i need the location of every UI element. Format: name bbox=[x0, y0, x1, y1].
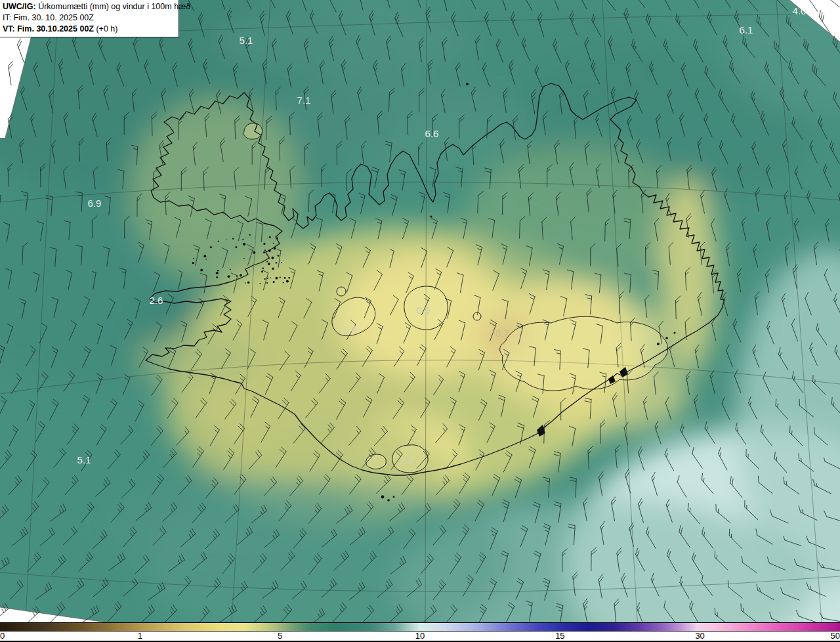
colorbar-gradient bbox=[0, 622, 840, 631]
map-value-label: 6.9 bbox=[88, 198, 102, 209]
colorbar-tick-50: 50 bbox=[831, 631, 840, 641]
colorbar-tick-0: 0 bbox=[0, 631, 5, 641]
colorbar-tick-labels: 01510153050 bbox=[0, 631, 840, 642]
weather-map-screenshot: 5.14.06.17.16.66.92.61.40.90.75.11.2 UWC… bbox=[0, 0, 840, 642]
map-value-label: 7.1 bbox=[297, 95, 311, 106]
product-id: UWC/IG: bbox=[3, 2, 36, 11]
weather-map-canvas: 5.14.06.17.16.66.92.61.40.90.75.11.2 bbox=[0, 0, 840, 642]
precipitation-colorbar: 01510153050 bbox=[0, 622, 840, 642]
map-value-label: 5.1 bbox=[240, 35, 253, 46]
map-value-label: 5.1 bbox=[77, 454, 91, 465]
glacier-eyjafjallajokull bbox=[366, 454, 387, 469]
colorbar-tick-5: 5 bbox=[278, 631, 282, 641]
glacier-small-1 bbox=[337, 287, 346, 296]
map-value-label: 1.4 bbox=[343, 324, 357, 335]
title-box: UWC/IG: Úrkomumætti (mm) og vindur i 100… bbox=[0, 0, 179, 37]
map-value-label: 4.0 bbox=[793, 5, 807, 16]
map-value-label: 0.7 bbox=[495, 328, 509, 339]
glacier-small-2 bbox=[473, 312, 481, 320]
init-time: IT: Fim. 30. 10. 2025 00Z bbox=[3, 12, 175, 24]
map-value-label: 1.2 bbox=[400, 454, 414, 465]
colorbar-tick-10: 10 bbox=[415, 631, 425, 641]
colorbar-tick-15: 15 bbox=[555, 631, 564, 641]
glacier-drangajokull bbox=[243, 123, 262, 139]
map-value-label: 6.1 bbox=[740, 24, 753, 35]
valid-time: VT: Fim. 30.10.2025 00Z (+0 h) bbox=[3, 24, 175, 35]
map-value-label: 2.6 bbox=[150, 295, 163, 306]
map-value-label: 6.6 bbox=[425, 128, 439, 139]
product-description: Úrkomumætti (mm) og vindur i 100m hæð bbox=[36, 2, 190, 11]
colorbar-tick-30: 30 bbox=[695, 631, 704, 641]
map-value-label: 0.9 bbox=[417, 305, 430, 316]
title-line-1: UWC/IG: Úrkomumætti (mm) og vindur i 100… bbox=[3, 1, 175, 12]
colorbar-tick-1: 1 bbox=[138, 631, 142, 641]
